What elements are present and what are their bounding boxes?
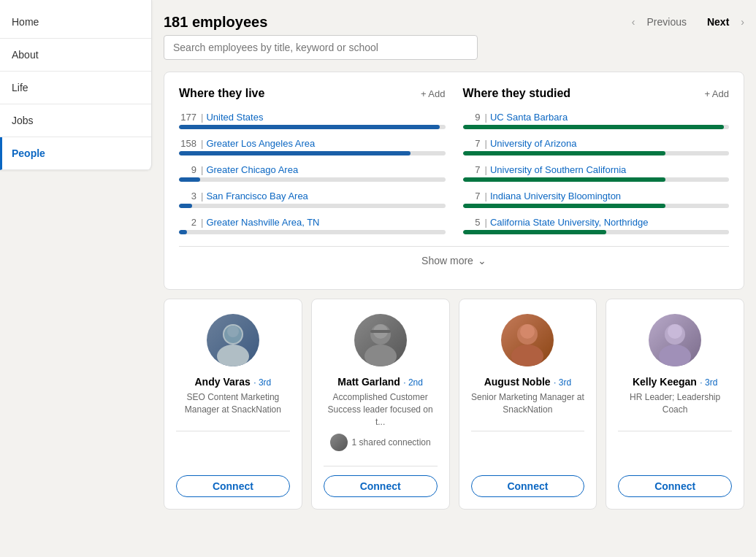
- where-they-live-section: Where they live + Add 177 | United State…: [179, 87, 446, 243]
- svg-point-9: [511, 345, 543, 366]
- search-input[interactable]: [164, 35, 478, 60]
- stats-grid: Where they live + Add 177 | United State…: [179, 87, 729, 243]
- live-name-0[interactable]: United States: [206, 112, 263, 123]
- live-name-3[interactable]: San Francisco Bay Area: [206, 191, 308, 201]
- person-name-august: August Noble · 3rd: [484, 375, 571, 388]
- person-card-august: August Noble · 3rd Senior Marketing Mana…: [459, 299, 597, 510]
- avatar-matt: [354, 314, 407, 366]
- shared-connection-text: 1 shared connection: [352, 437, 431, 447]
- add-live-button[interactable]: + Add: [421, 88, 446, 99]
- person-name-matt: Matt Garland · 2nd: [337, 375, 423, 388]
- previous-button[interactable]: Previous: [638, 12, 695, 32]
- study-row-1: 7 | University of Arizona: [463, 138, 730, 155]
- sidebar-item-people[interactable]: People: [0, 137, 151, 170]
- connect-august-button[interactable]: Connect: [471, 475, 585, 497]
- svg-point-5: [364, 345, 397, 366]
- live-count-1: 158: [179, 138, 196, 149]
- sidebar: Home About Life Jobs People: [0, 0, 152, 170]
- live-count-3: 3: [179, 191, 196, 201]
- pagination: ‹ Previous Next ›: [632, 12, 744, 32]
- people-grid: Andy Varas · 3rd SEO Content Marketing M…: [164, 299, 744, 510]
- study-row-4: 5 | California State University, Northri…: [463, 217, 730, 234]
- add-study-button[interactable]: + Add: [704, 88, 729, 99]
- live-name-1[interactable]: Greater Los Angeles Area: [206, 138, 315, 149]
- study-count-0: 9: [463, 112, 481, 123]
- live-row-2: 9 | Greater Chicago Area: [179, 164, 446, 182]
- person-title-august: Senior Marketing Manager at SnackNation: [471, 391, 585, 416]
- employees-count: 181 employees: [164, 14, 267, 31]
- live-row-3: 3 | San Francisco Bay Area: [179, 191, 446, 208]
- person-title-andy: SEO Content Marketing Manager at SnackNa…: [176, 391, 290, 416]
- chevron-right-icon: ›: [741, 16, 744, 28]
- avatar-andy: [207, 314, 259, 366]
- study-name-4[interactable]: California State University, Northridge: [490, 217, 649, 228]
- svg-point-13: [668, 324, 682, 339]
- study-row-0: 9 | UC Santa Barbara: [463, 112, 730, 129]
- where-they-studied-title: Where they studied: [463, 87, 571, 100]
- person-name-andy: Andy Varas · 3rd: [195, 375, 272, 388]
- main-content: 181 employees ‹ Previous Next › Where th…: [152, 0, 756, 557]
- svg-point-3: [227, 326, 239, 337]
- study-count-4: 5: [463, 217, 481, 228]
- avatar-kelly: [649, 314, 701, 366]
- next-button[interactable]: Next: [698, 12, 738, 32]
- study-count-2: 7: [463, 164, 481, 175]
- sidebar-item-jobs[interactable]: Jobs: [0, 104, 151, 137]
- sidebar-item-life[interactable]: Life: [0, 72, 151, 104]
- live-name-4[interactable]: Greater Nashville Area, TN: [206, 217, 319, 228]
- person-card-andy: Andy Varas · 3rd SEO Content Marketing M…: [164, 299, 302, 510]
- study-name-1[interactable]: University of Arizona: [490, 138, 577, 149]
- svg-point-12: [659, 345, 691, 366]
- avatar-august: [501, 314, 554, 366]
- employees-header: 181 employees ‹ Previous Next ›: [164, 12, 744, 32]
- shared-connection-matt: 1 shared connection: [330, 434, 431, 451]
- live-count-0: 177: [179, 112, 196, 123]
- study-row-2: 7 | University of Southern California: [463, 164, 730, 182]
- connect-andy-button[interactable]: Connect: [176, 475, 290, 497]
- connect-matt-button[interactable]: Connect: [324, 475, 438, 497]
- chevron-down-icon: ⌄: [478, 255, 486, 266]
- study-name-0[interactable]: UC Santa Barbara: [490, 112, 568, 123]
- live-row-0: 177 | United States: [179, 112, 446, 129]
- study-count-1: 7: [463, 138, 481, 149]
- where-they-live-title: Where they live: [179, 87, 264, 100]
- where-they-studied-section: Where they studied + Add 9 | UC Santa Ba…: [463, 87, 730, 243]
- shared-avatar-icon: [330, 434, 348, 451]
- person-name-kelly: Kelly Keegan · 3rd: [633, 375, 717, 388]
- stats-card: Where they live + Add 177 | United State…: [164, 72, 744, 290]
- show-more-row: Show more ⌄: [179, 246, 729, 274]
- connect-kelly-button[interactable]: Connect: [618, 475, 732, 497]
- person-card-kelly: Kelly Keegan · 3rd HR Leader; Leadership…: [606, 299, 744, 510]
- svg-point-10: [520, 324, 535, 339]
- show-more-button[interactable]: Show more ⌄: [421, 255, 486, 266]
- person-card-matt: Matt Garland · 2nd Accomplished Customer…: [311, 299, 450, 510]
- study-row-3: 7 | Indiana University Bloomington: [463, 191, 730, 208]
- live-row-4: 2 | Greater Nashville Area, TN: [179, 217, 446, 234]
- person-title-matt: Accomplished Customer Success leader foc…: [324, 391, 438, 428]
- show-more-label: Show more: [421, 255, 473, 266]
- sidebar-item-home[interactable]: Home: [0, 6, 151, 39]
- live-name-2[interactable]: Greater Chicago Area: [206, 164, 298, 175]
- svg-rect-7: [370, 330, 391, 333]
- sidebar-item-about[interactable]: About: [0, 39, 151, 72]
- study-name-2[interactable]: University of Southern California: [490, 164, 626, 175]
- person-title-kelly: HR Leader; Leadership Coach: [618, 391, 732, 416]
- live-count-4: 2: [179, 217, 196, 228]
- svg-point-1: [217, 345, 249, 366]
- live-count-2: 9: [179, 164, 196, 175]
- study-name-3[interactable]: Indiana University Bloomington: [490, 191, 621, 201]
- live-row-1: 158 | Greater Los Angeles Area: [179, 138, 446, 155]
- chevron-left-icon: ‹: [632, 16, 635, 28]
- study-count-3: 7: [463, 191, 481, 201]
